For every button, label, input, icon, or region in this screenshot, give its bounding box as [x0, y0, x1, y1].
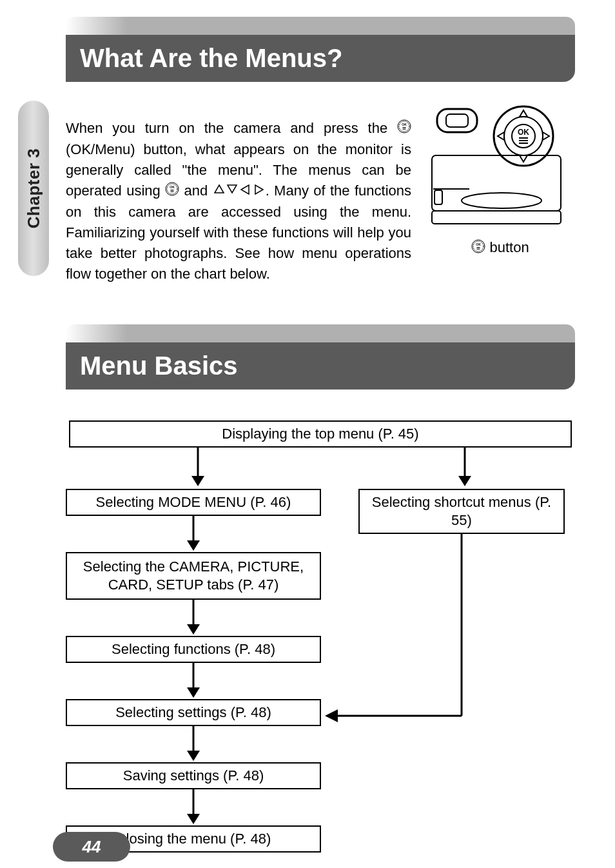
svg-marker-47 — [187, 624, 200, 635]
svg-rect-11 — [171, 192, 174, 192]
svg-point-18 — [462, 193, 542, 208]
intro-paragraph: When you turn on the camera and press th… — [66, 118, 411, 284]
svg-marker-14 — [241, 185, 249, 194]
section-title-1: What Are the Menus? — [66, 35, 575, 82]
dpad-arrows-icon — [213, 181, 266, 202]
intro-part3: and — [179, 182, 212, 199]
svg-marker-12 — [215, 185, 224, 193]
svg-rect-16 — [432, 155, 561, 211]
svg-rect-29 — [519, 143, 528, 144]
svg-marker-15 — [255, 185, 263, 194]
flow-branch-arrows-icon — [69, 448, 572, 489]
chapter-tab: Chapter 3 — [18, 101, 49, 276]
flow-arrow-down-icon — [66, 789, 321, 825]
svg-rect-39 — [477, 249, 480, 250]
svg-marker-53 — [187, 814, 200, 824]
section-title-2: Menu Basics — [66, 342, 575, 390]
ok-menu-button-icon: OK — [397, 119, 411, 139]
svg-marker-33 — [543, 132, 549, 140]
svg-rect-27 — [519, 137, 528, 139]
flow-arrow-down-icon — [66, 516, 321, 552]
flow-box-tabs: Selecting the CAMERA, PICTURE, CARD, SET… — [66, 552, 321, 600]
section-title-banner-2: Menu Basics — [66, 324, 575, 390]
svg-rect-3 — [403, 127, 406, 128]
svg-rect-20 — [434, 190, 442, 204]
ok-menu-button-icon-caption: OK — [471, 239, 485, 257]
section-title-banner-1: What Are the Menus? — [66, 17, 575, 82]
flow-arrow-down-icon — [66, 663, 321, 699]
svg-marker-45 — [187, 540, 200, 551]
svg-rect-37 — [477, 247, 480, 248]
intro-part1: When you turn on the camera and press th… — [66, 120, 397, 136]
flow-merge-arrow-icon — [321, 534, 569, 766]
svg-marker-56 — [325, 709, 338, 722]
svg-rect-17 — [432, 211, 561, 224]
svg-rect-10 — [171, 191, 174, 192]
svg-rect-22 — [446, 114, 468, 127]
flow-arrow-down-icon — [66, 726, 321, 762]
flow-box-top: Displaying the top menu (P. 45) — [69, 420, 572, 448]
svg-text:OK: OK — [518, 128, 529, 137]
flow-box-saving: Saving settings (P. 48) — [66, 762, 321, 789]
svg-text:OK: OK — [170, 185, 175, 189]
svg-point-0 — [398, 120, 411, 133]
camera-illustration: OK OK button — [425, 104, 575, 299]
flow-box-functions: Selecting functions (P. 48) — [66, 636, 321, 663]
svg-marker-43 — [458, 476, 471, 486]
svg-text:OK: OK — [476, 242, 482, 246]
flow-box-settings: Selecting settings (P. 48) — [66, 699, 321, 726]
svg-marker-31 — [520, 155, 527, 162]
svg-rect-38 — [477, 248, 480, 249]
svg-rect-4 — [403, 128, 406, 129]
camera-caption: button — [485, 239, 529, 255]
svg-rect-9 — [171, 190, 174, 190]
svg-rect-28 — [519, 140, 528, 141]
menu-flowchart: Displaying the top menu (P. 45) Selectin… — [66, 420, 575, 853]
svg-marker-49 — [187, 687, 200, 698]
chapter-label: Chapter 3 — [24, 148, 44, 228]
page-number: 44 — [53, 832, 130, 862]
flow-box-mode-menu: Selecting MODE MENU (P. 46) — [66, 489, 321, 516]
flow-arrow-down-icon — [66, 600, 321, 636]
svg-marker-32 — [498, 132, 504, 140]
svg-marker-41 — [191, 476, 204, 486]
svg-text:OK: OK — [402, 123, 407, 126]
flow-box-shortcut: Selecting shortcut menus (P. 55) — [358, 489, 565, 534]
svg-marker-51 — [187, 751, 200, 761]
svg-rect-21 — [437, 109, 477, 132]
ok-menu-button-icon-2: OK — [165, 181, 179, 202]
svg-marker-13 — [228, 185, 237, 193]
svg-marker-30 — [520, 110, 527, 117]
svg-rect-5 — [403, 129, 406, 130]
svg-point-6 — [166, 182, 179, 195]
page-number-value: 44 — [83, 837, 101, 857]
svg-point-34 — [472, 240, 485, 253]
camera-back-diagram-icon: OK — [431, 104, 570, 230]
